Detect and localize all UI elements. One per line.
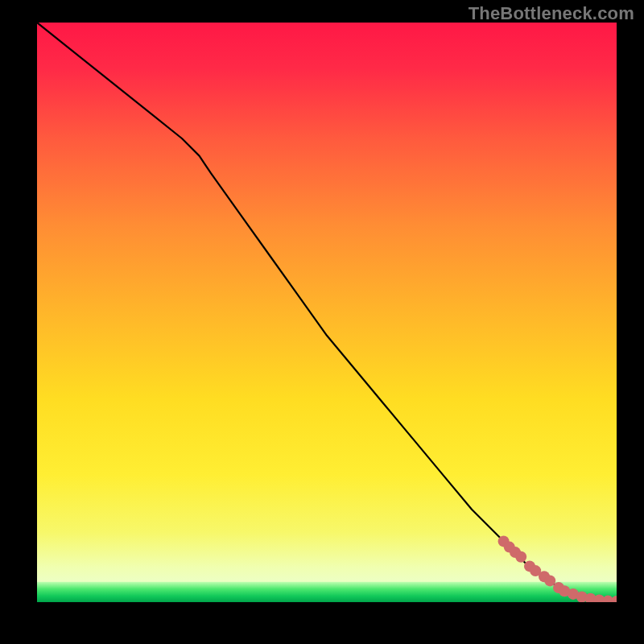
watermark-text: TheBottleneck.com	[469, 3, 634, 24]
chart-frame: TheBottleneck.com	[0, 0, 644, 644]
plot-area	[37, 23, 617, 602]
green-band	[37, 582, 617, 602]
marker-dot	[515, 551, 526, 563]
plot-svg	[37, 23, 617, 602]
gradient-background	[37, 23, 617, 602]
